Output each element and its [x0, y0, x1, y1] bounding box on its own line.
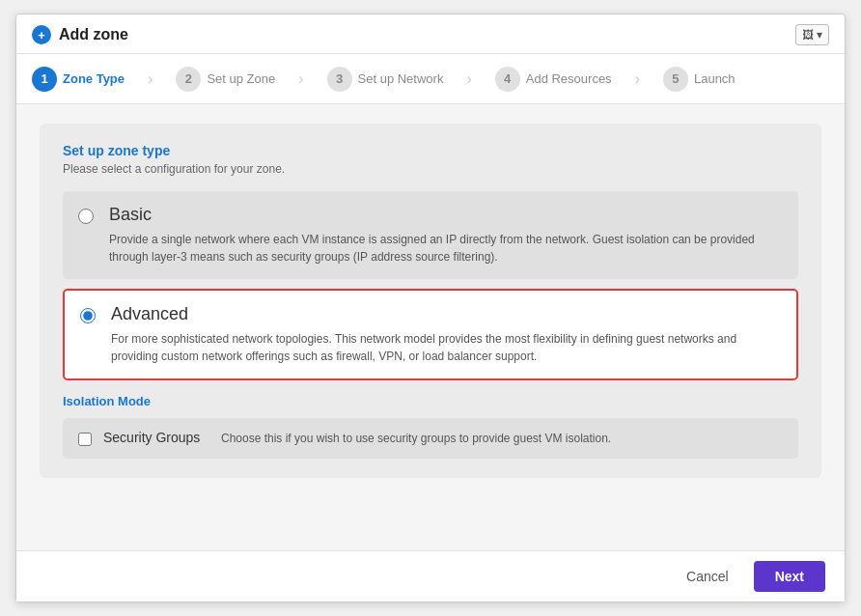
step-5-label: Launch: [694, 71, 736, 86]
step-divider-3: ›: [466, 70, 471, 88]
advanced-option-content: Advanced For more sophisticated network …: [111, 304, 781, 365]
step-5[interactable]: 5 Launch: [663, 67, 736, 92]
form-subtitle: Please select a configuration for your z…: [63, 162, 798, 176]
basic-radio[interactable]: [78, 209, 94, 224]
security-groups-label: Security Groups: [103, 430, 209, 445]
advanced-radio[interactable]: [80, 308, 96, 323]
isolation-row[interactable]: Security Groups Choose this if you wish …: [63, 418, 798, 459]
isolation-title: Isolation Mode: [63, 394, 798, 408]
isolation-section: Isolation Mode Security Groups Choose th…: [63, 394, 798, 459]
basic-option-content: Basic Provide a single network where eac…: [109, 205, 783, 266]
add-zone-window: + Add zone 🖼 ▾ 1 Zone Type › 2 Set up Zo…: [15, 14, 846, 602]
step-1-num: 1: [32, 67, 57, 92]
form-card: Set up zone type Please select a configu…: [40, 124, 821, 478]
window-title: Add zone: [59, 26, 128, 43]
basic-option-label: Basic: [109, 205, 783, 225]
title-bar-right: 🖼 ▾: [795, 24, 829, 45]
basic-option-row[interactable]: Basic Provide a single network where eac…: [63, 191, 798, 279]
add-zone-icon: +: [32, 25, 51, 44]
image-button[interactable]: 🖼 ▾: [795, 24, 829, 45]
image-icon: 🖼: [802, 28, 814, 42]
step-3-num: 3: [327, 67, 352, 92]
stepper: 1 Zone Type › 2 Set up Zone › 3 Set up N…: [16, 54, 845, 104]
security-groups-desc: Choose this if you wish to use security …: [221, 430, 611, 447]
main-content: Set up zone type Please select a configu…: [16, 104, 845, 550]
next-button[interactable]: Next: [754, 561, 825, 592]
step-2[interactable]: 2 Set up Zone: [176, 67, 275, 92]
step-4-label: Add Resources: [526, 71, 612, 86]
security-groups-checkbox[interactable]: [78, 433, 92, 446]
step-3[interactable]: 3 Set up Network: [327, 67, 444, 92]
step-divider-4: ›: [635, 70, 640, 88]
advanced-option-desc: For more sophisticated network topologie…: [111, 330, 781, 365]
cancel-button[interactable]: Cancel: [671, 561, 744, 592]
step-4[interactable]: 4 Add Resources: [495, 67, 612, 92]
step-2-num: 2: [176, 67, 201, 92]
step-1[interactable]: 1 Zone Type: [32, 67, 125, 92]
step-5-num: 5: [663, 67, 688, 92]
footer: Cancel Next: [16, 550, 845, 602]
advanced-option-row[interactable]: Advanced For more sophisticated network …: [63, 289, 798, 380]
step-3-label: Set up Network: [358, 71, 444, 86]
step-divider-1: ›: [148, 70, 153, 88]
form-title: Set up zone type: [63, 143, 798, 158]
dropdown-arrow: ▾: [817, 28, 822, 42]
advanced-option-label: Advanced: [111, 304, 781, 324]
basic-option-desc: Provide a single network where each VM i…: [109, 231, 783, 266]
step-4-num: 4: [495, 67, 520, 92]
step-2-label: Set up Zone: [207, 71, 275, 86]
step-1-label: Zone Type: [63, 71, 125, 86]
step-divider-2: ›: [298, 70, 303, 88]
title-bar: + Add zone 🖼 ▾: [16, 14, 845, 54]
title-bar-left: + Add zone: [32, 25, 128, 44]
